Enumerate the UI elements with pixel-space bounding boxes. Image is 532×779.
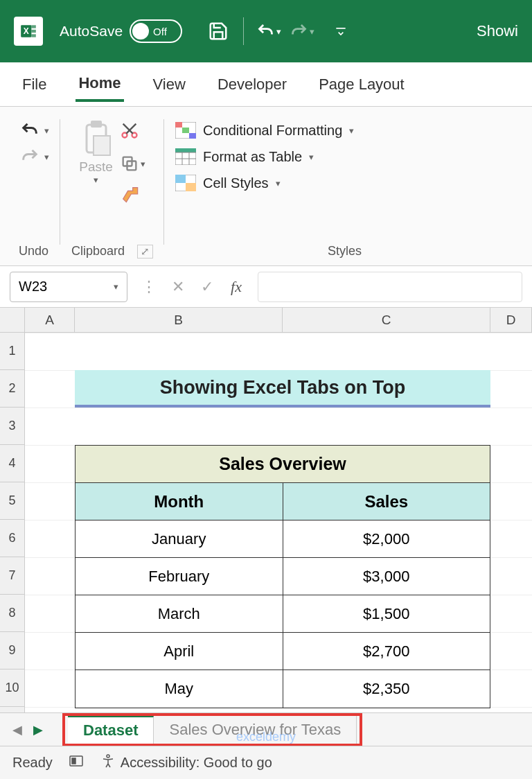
paste-button[interactable]: Paste ▾ xyxy=(79,115,113,185)
cell-styles-label: Cell Styles xyxy=(203,175,268,191)
accessibility-icon[interactable] xyxy=(100,753,116,773)
watermark: exceldemy xyxy=(236,730,296,744)
redo-icon[interactable]: ▾ xyxy=(290,19,314,44)
row-header[interactable]: 6 xyxy=(0,520,24,557)
table-row: February$3,000 xyxy=(76,558,490,595)
undo-icon[interactable]: ▾ xyxy=(256,19,281,44)
format-as-table-icon xyxy=(175,148,196,165)
tab-developer[interactable]: Developer xyxy=(215,69,290,100)
autosave-toggle[interactable]: AutoSave Off xyxy=(60,19,182,43)
column-headers: A B C D xyxy=(0,308,532,333)
tab-page-layout[interactable]: Page Layout xyxy=(316,69,407,100)
table-title[interactable]: Sales Overview xyxy=(76,446,490,483)
group-label-undo: Undo xyxy=(19,240,48,265)
table-row: April$2,700 xyxy=(76,633,490,670)
row-header[interactable]: 4 xyxy=(0,445,24,482)
row-header[interactable]: 7 xyxy=(0,557,24,595)
copy-button[interactable]: ▾ xyxy=(120,154,145,173)
header-sales[interactable]: Sales xyxy=(283,483,490,520)
col-header-A[interactable]: A xyxy=(25,308,75,332)
row-header[interactable]: 3 xyxy=(0,408,24,445)
redo-button[interactable]: ▾ xyxy=(18,147,49,166)
chevron-down-icon[interactable]: ▾ xyxy=(114,281,118,292)
group-label-styles: Styles xyxy=(328,240,362,265)
select-all-corner[interactable] xyxy=(0,308,25,332)
row-header[interactable]: 9 xyxy=(0,632,24,669)
excel-app-icon: X xyxy=(14,17,43,46)
conditional-formatting-button[interactable]: Conditional Formatting ▾ xyxy=(175,122,354,139)
row-headers: 1 2 3 4 5 6 7 8 9 10 11 xyxy=(0,333,25,744)
format-painter-button[interactable] xyxy=(120,184,145,207)
cell-month[interactable]: January xyxy=(76,520,283,557)
separator xyxy=(243,17,244,45)
cancel-formula-button[interactable]: ✕ xyxy=(165,274,191,300)
customize-qat-icon[interactable] xyxy=(328,19,353,44)
svg-rect-7 xyxy=(91,121,102,128)
row-header[interactable]: 8 xyxy=(0,595,24,632)
svg-rect-25 xyxy=(175,175,186,183)
worksheet-grid: A B C D 1 2 3 4 5 6 7 8 9 10 11 Showing … xyxy=(0,308,532,744)
col-header-B[interactable]: B xyxy=(75,308,283,332)
highlighted-tabs-box: Dataset Sales Overview for Texas xyxy=(62,713,362,746)
autosave-label: AutoSave xyxy=(60,23,123,40)
cell-month[interactable]: May xyxy=(76,670,283,708)
insert-function-button[interactable]: fx xyxy=(223,274,249,300)
svg-rect-28 xyxy=(72,758,76,764)
format-as-table-label: Format as Table xyxy=(203,149,302,165)
cell-month[interactable]: February xyxy=(76,558,283,595)
prev-sheet-icon[interactable]: ◀ xyxy=(12,722,22,737)
sheet-tab-dataset[interactable]: Dataset xyxy=(68,716,154,744)
cell-sales[interactable]: $3,000 xyxy=(283,558,490,595)
cut-button[interactable] xyxy=(120,121,145,143)
undo-button[interactable]: ▾ xyxy=(18,121,49,140)
table-row: May$2,350 xyxy=(76,670,490,708)
status-ready: Ready xyxy=(12,755,53,771)
row-header[interactable]: 5 xyxy=(0,482,24,520)
row-header[interactable]: 1 xyxy=(0,333,24,370)
cell-styles-button[interactable]: Cell Styles ▾ xyxy=(175,175,354,191)
toggle-switch[interactable]: Off xyxy=(130,19,182,43)
conditional-formatting-icon xyxy=(175,122,196,139)
grip-icon: ⋮ xyxy=(136,274,162,300)
col-header-C[interactable]: C xyxy=(283,308,490,332)
formula-input[interactable] xyxy=(258,272,522,302)
col-header-D[interactable]: D xyxy=(490,308,532,332)
next-sheet-icon[interactable]: ▶ xyxy=(33,722,43,737)
row-header[interactable]: 10 xyxy=(0,669,24,707)
tab-home[interactable]: Home xyxy=(76,67,123,102)
format-as-table-button[interactable]: Format as Table ▾ xyxy=(175,148,354,165)
tab-view[interactable]: View xyxy=(150,69,188,100)
cell-sales[interactable]: $1,500 xyxy=(283,595,490,632)
page-title-cell[interactable]: Showing Excel Tabs on Top xyxy=(75,370,490,408)
svg-rect-26 xyxy=(186,183,196,191)
name-box[interactable]: W23 ▾ xyxy=(10,272,127,302)
macro-record-icon[interactable] xyxy=(68,753,85,773)
row-header[interactable]: 2 xyxy=(0,370,24,408)
enter-formula-button[interactable]: ✓ xyxy=(194,274,220,300)
cell-styles-icon xyxy=(175,175,196,191)
cell-sales[interactable]: $2,000 xyxy=(283,520,490,557)
cell-month[interactable]: March xyxy=(76,595,283,632)
cell-sales[interactable]: $2,350 xyxy=(283,670,490,708)
name-box-value: W23 xyxy=(19,279,47,295)
table-row: January$2,000 xyxy=(76,520,490,558)
group-clipboard: Paste ▾ ▾ Clipboard⤢ xyxy=(60,115,164,265)
cell-month[interactable]: April xyxy=(76,633,283,669)
save-icon[interactable] xyxy=(206,19,231,44)
svg-rect-18 xyxy=(189,133,196,139)
toggle-state: Off xyxy=(153,26,167,37)
dialog-launcher-icon[interactable]: ⤢ xyxy=(137,245,153,259)
status-bar: Ready Accessibility: Good to go xyxy=(0,746,532,779)
document-title: Showi xyxy=(477,22,518,40)
svg-point-29 xyxy=(107,755,109,758)
header-month[interactable]: Month xyxy=(76,483,283,520)
svg-rect-2 xyxy=(31,25,36,28)
cell-sales[interactable]: $2,700 xyxy=(283,633,490,669)
svg-rect-17 xyxy=(182,128,189,133)
tab-file[interactable]: File xyxy=(19,69,49,100)
cells-area[interactable]: Showing Excel Tabs on Top Sales Overview… xyxy=(25,333,532,744)
table-row: March$1,500 xyxy=(76,595,490,633)
svg-rect-4 xyxy=(31,34,36,37)
svg-rect-19 xyxy=(175,148,196,152)
ribbon: ▾ ▾ Undo Paste ▾ ▾ Clipboard⤢ xyxy=(0,107,532,266)
